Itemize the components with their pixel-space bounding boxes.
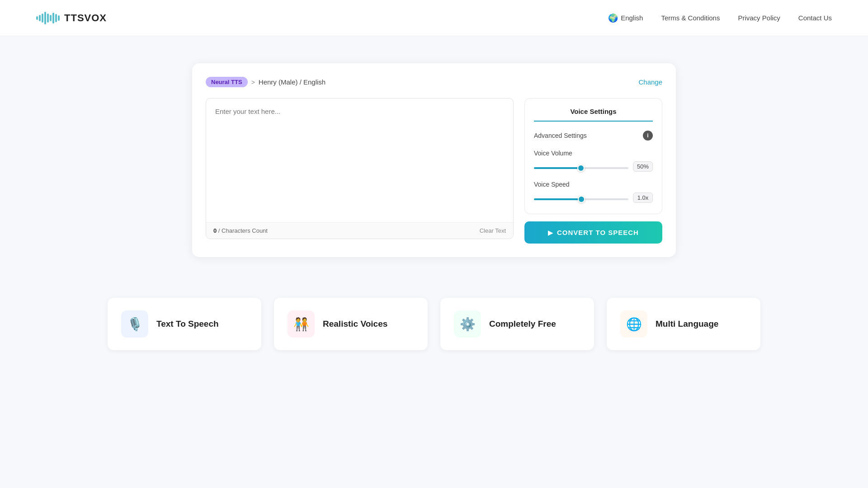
volume-group: Voice Volume 50% [534,150,653,172]
features-section: 🎙️ Text To Speech 🧑‍🤝‍🧑 Realistic Voices… [0,275,868,377]
speed-value: 1.0x [633,192,653,203]
volume-slider-row: 50% [534,161,653,172]
speed-slider-row: 1.0x [534,192,653,203]
advanced-settings-row: Advanced Settings i [534,131,653,141]
clear-text-button[interactable]: Clear Text [480,227,506,234]
text-input[interactable] [206,99,513,221]
convert-to-speech-button[interactable]: ▶ CONVERT TO SPEECH [524,221,662,244]
speed-group: Voice Speed 1.0x [534,181,653,203]
feature-card-multilang[interactable]: 🌐 Multi Language [607,298,760,350]
contact-link[interactable]: Contact Us [798,14,832,22]
char-count-label: / Characters Count [218,227,268,234]
feature-label-free: Completely Free [489,319,556,329]
text-column: 0 / Characters Count Clear Text [206,98,514,239]
privacy-link[interactable]: Privacy Policy [738,14,780,22]
settings-column: Voice Settings Advanced Settings i Voice… [524,98,662,244]
voice-settings-title: Voice Settings [534,108,653,122]
volume-label: Voice Volume [534,150,653,157]
textarea-wrapper: 0 / Characters Count Clear Text [206,98,514,239]
volume-value: 50% [633,161,653,172]
feature-icon-free: ⚙️ [454,310,481,338]
textarea-footer: 0 / Characters Count Clear Text [206,222,513,239]
volume-slider[interactable] [534,167,628,169]
breadcrumb-left: Neural TTS > Henry (Male) / English [206,77,326,87]
feature-card-free[interactable]: ⚙️ Completely Free [440,298,594,350]
feature-label-tts: Text To Speech [156,319,219,329]
feature-icon-realistic: 🧑‍🤝‍🧑 [288,310,315,338]
language-label: English [621,14,643,22]
info-icon[interactable]: i [643,131,653,141]
speed-label: Voice Speed [534,181,653,188]
terms-link[interactable]: Terms & Conditions [661,14,720,22]
char-count-number: 0 [213,227,217,234]
feature-label-realistic: Realistic Voices [323,319,387,329]
logo[interactable]: TTSVOX [36,12,107,24]
editor-layout: 0 / Characters Count Clear Text Voice Se… [206,98,662,244]
logo-waveform [36,12,60,24]
breadcrumb-row: Neural TTS > Henry (Male) / English Chan… [206,77,662,87]
voice-settings-panel: Voice Settings Advanced Settings i Voice… [524,98,662,214]
language-selector[interactable]: 🌍 English [608,13,643,23]
play-icon: ▶ [548,229,553,236]
advanced-settings-label: Advanced Settings [534,132,587,139]
char-count: 0 / Characters Count [213,227,268,234]
neural-tts-badge: Neural TTS [206,77,248,87]
speed-slider[interactable] [534,198,628,200]
volume-slider-wrapper [534,163,628,171]
change-voice-button[interactable]: Change [638,78,662,86]
header: TTSVOX 🌍 English Terms & Conditions Priv… [0,0,868,36]
main-content: Neural TTS > Henry (Male) / English Chan… [0,36,868,275]
feature-icon-tts: 🎙️ [121,310,148,338]
flag-icon: 🌍 [608,13,618,23]
feature-label-multilang: Multi Language [656,319,718,329]
breadcrumb-arrow: > [251,79,255,86]
tts-card: Neural TTS > Henry (Male) / English Chan… [192,63,676,257]
feature-card-tts[interactable]: 🎙️ Text To Speech [108,298,261,350]
feature-card-realistic[interactable]: 🧑‍🤝‍🧑 Realistic Voices [274,298,428,350]
convert-btn-label: CONVERT TO SPEECH [557,229,639,236]
speed-slider-wrapper [534,194,628,202]
main-nav: 🌍 English Terms & Conditions Privacy Pol… [608,13,832,23]
voice-selection-text: Henry (Male) / English [259,78,326,86]
feature-icon-multilang: 🌐 [620,310,647,338]
logo-text: TTSVOX [64,12,107,24]
